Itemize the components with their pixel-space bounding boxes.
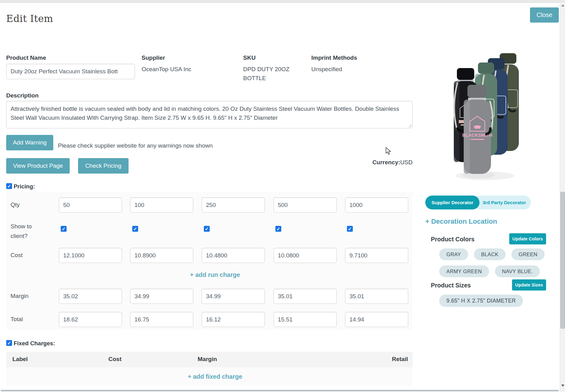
fixed-charges-section-label: Fixed Charges: [14,340,55,347]
scroll-down-icon[interactable] [561,385,564,387]
pricing-section-label: Pricing: [14,183,35,190]
update-colors-button[interactable]: Update Colors [509,233,546,244]
vertical-scrollbar-thumb[interactable] [560,192,565,329]
margin-input-col5[interactable] [345,289,408,304]
imprint-methods-label: Imprint Methods [311,54,357,61]
margin-input-col3[interactable] [202,289,265,304]
fixed-charges-header-row: Label Cost Margin Retail [6,352,413,367]
edit-item-modal: { "theme": { "button_teal": "#58a6b6", "… [0,0,565,392]
qty-input-col1[interactable] [59,197,122,213]
qty-input-col3[interactable] [202,197,265,213]
show-to-client-label: Show toclient? [11,222,32,241]
update-sizes-button[interactable]: Update Sizes [512,279,546,291]
cost-input-col5[interactable] [345,248,408,263]
color-chip-navy-blue[interactable]: NAVY BLUE. [495,265,540,277]
fixed-charges-checkbox[interactable] [6,340,12,346]
close-button[interactable]: Close [530,7,559,23]
show-to-client-checkbox-col1[interactable] [61,226,67,232]
currency-value: USD [400,159,413,166]
fixed-charges-header-cost: Cost [108,356,121,363]
product-sizes-label: Product Sizes [431,282,471,289]
window-top-edge [0,0,565,3]
add-run-charge-link[interactable]: + add run charge [169,271,261,278]
total-input-col2[interactable] [130,312,193,327]
description-textarea[interactable]: Attractively finished bottle is vacuum s… [6,101,413,128]
color-chip-row-1: GRAY BLACK GREEN [439,248,545,260]
product-name-label: Product Name [6,54,46,61]
decoration-location-link[interactable]: + Decoration Location [425,218,497,226]
show-to-client-checkbox-col2[interactable] [132,226,138,232]
total-row-label: Total [11,316,23,323]
currency-label: Currency: [372,159,400,166]
pricing-checkbox[interactable] [6,183,12,189]
page-title: Edit Item [6,13,53,24]
horizontal-scrollbar-thumb[interactable] [1,390,559,391]
cost-input-col2[interactable] [130,248,193,263]
supplier-value: OceanTop USA Inc [142,65,191,74]
textarea-resize-handle[interactable] [408,124,412,127]
total-input-col1[interactable] [59,312,122,327]
decorator-tabs: Supplier Decorator 3rd Party Decorator [425,196,531,209]
show-to-client-checkbox-col4[interactable] [275,226,281,232]
total-input-col3[interactable] [202,312,265,327]
warning-note: Please check supplier website for any wa… [58,141,213,150]
color-chip-black[interactable]: BLACK [474,248,506,260]
qty-input-col5[interactable] [345,197,408,213]
cost-row-label: Cost [11,252,23,259]
total-input-col5[interactable] [345,312,408,327]
check-pricing-button[interactable]: Check Pricing [78,158,129,174]
cost-input-col4[interactable] [274,248,337,263]
color-chip-gray[interactable]: GRAY [439,248,468,260]
product-colors-label: Product Colors [431,236,475,243]
product-image: BLACKSMITH [448,53,527,181]
product-name-input[interactable] [6,64,135,79]
sku-value: DPD DUTY 20OZ BOTTLE [243,65,299,83]
margin-input-col4[interactable] [274,289,337,304]
add-fixed-charge-link[interactable]: + add fixed charge [169,373,261,380]
qty-row-label: Qty [11,201,20,208]
margin-input-col2[interactable] [130,289,193,304]
currency: Currency:USD [372,159,413,166]
margin-row-label: Margin [11,293,28,299]
fixed-charges-header-label: Label [12,356,28,363]
color-chip-row-2: ARMY GREEN NAVY BLUE. [439,265,540,277]
tab-3rd-party-decorator[interactable]: 3rd Party Decorator [473,196,531,209]
description-label: Description [6,92,39,99]
color-chip-army-green[interactable]: ARMY GREEN [439,265,489,277]
scroll-up-icon[interactable] [561,4,564,6]
supplier-label: Supplier [142,54,165,61]
margin-input-col1[interactable] [59,289,122,304]
fixed-charges-header-retail: Retail [392,356,408,363]
mouse-cursor [385,147,392,155]
qty-input-col4[interactable] [274,197,337,213]
size-chip[interactable]: 9.65" H X 2.75" DIAMETER [439,295,523,307]
color-chip-green[interactable]: GREEN [511,248,545,260]
imprint-methods-value: Unspecified [311,65,342,74]
view-product-page-button[interactable]: View Product Page [6,158,70,174]
add-warning-button[interactable]: Add Warning [6,135,53,150]
cost-input-col1[interactable] [59,248,122,263]
sku-label: SKU [243,54,256,61]
fixed-charges-header-margin: Margin [198,356,217,363]
show-to-client-checkbox-col3[interactable] [204,226,210,232]
tab-supplier-decorator[interactable]: Supplier Decorator [425,196,480,209]
show-to-client-checkbox-col5[interactable] [347,226,353,232]
qty-input-col2[interactable] [130,197,193,213]
cost-input-col3[interactable] [202,248,265,263]
total-input-col4[interactable] [274,312,337,327]
